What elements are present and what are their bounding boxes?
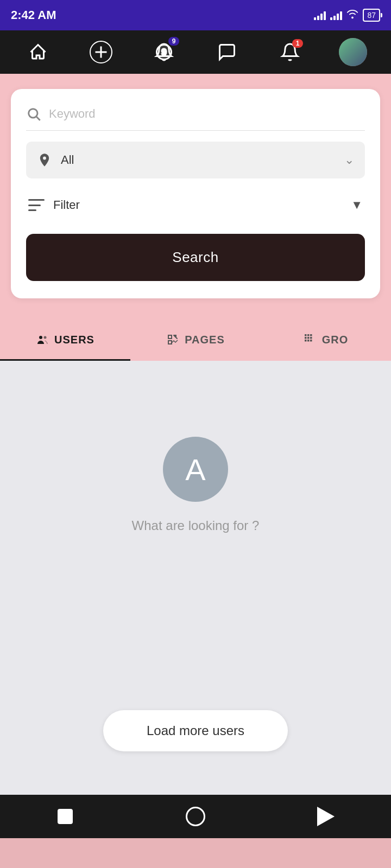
svg-line-5: [36, 117, 40, 120]
signal-bars-2: [330, 10, 342, 20]
add-circle-icon[interactable]: [90, 41, 112, 63]
nav-back-button[interactable]: [312, 803, 339, 830]
search-section: All ⌄ Filter ▼ Search: [0, 74, 391, 320]
filter-icon: [28, 199, 45, 211]
empty-avatar-letter: A: [185, 452, 205, 487]
status-bar: 2:42 AM 87: [0, 0, 391, 30]
back-triangle-icon: [317, 807, 335, 826]
content-area: A What are looking for ? Load more users: [0, 361, 391, 795]
tab-users[interactable]: USERS: [0, 320, 130, 361]
svg-rect-12: [307, 337, 310, 339]
svg-point-7: [44, 336, 47, 339]
filter-row[interactable]: Filter ▼: [26, 189, 365, 221]
square-icon: [58, 809, 73, 824]
filter-dropdown-arrow: ▼: [351, 198, 363, 212]
bell-badge: 1: [292, 39, 303, 48]
home-icon[interactable]: [24, 38, 52, 66]
svg-rect-8: [305, 334, 307, 336]
location-dropdown-arrow: ⌄: [344, 153, 354, 167]
nav-bar: 9 9 1: [0, 30, 391, 74]
keyword-input-row: [26, 106, 365, 131]
user-avatar[interactable]: [339, 38, 367, 66]
svg-rect-11: [305, 337, 307, 339]
location-dropdown[interactable]: All ⌄: [26, 142, 365, 178]
search-button[interactable]: Search: [26, 234, 365, 281]
pages-tab-icon: [166, 333, 179, 346]
wifi-icon: [346, 9, 358, 22]
keyword-input[interactable]: [49, 107, 365, 121]
empty-state: A What are looking for ?: [132, 437, 260, 533]
nav-home-button[interactable]: [182, 803, 209, 830]
filter-label: Filter: [53, 198, 351, 212]
location-label: All: [61, 153, 344, 167]
notifications-icon[interactable]: 9 9: [150, 38, 178, 66]
load-more-button[interactable]: Load more users: [103, 710, 288, 751]
bottom-nav: [0, 795, 391, 838]
location-pin-icon: [37, 152, 52, 168]
search-card: All ⌄ Filter ▼ Search: [11, 89, 380, 298]
svg-rect-16: [310, 340, 312, 342]
add-icon[interactable]: [87, 38, 115, 66]
svg-rect-15: [307, 340, 310, 342]
messages-icon[interactable]: [213, 38, 241, 66]
users-tab-icon: [36, 333, 49, 346]
status-time: 2:42 AM: [11, 8, 56, 22]
tab-users-label: USERS: [54, 334, 94, 346]
svg-rect-14: [305, 340, 307, 342]
circle-nav-icon: [186, 807, 205, 826]
svg-rect-10: [310, 334, 312, 336]
svg-rect-13: [310, 337, 312, 339]
tabs-row: USERS PAGES: [0, 320, 391, 361]
empty-avatar: A: [163, 437, 228, 502]
tab-pages-label: PAGES: [185, 334, 225, 346]
status-icons: 87: [314, 9, 380, 22]
search-magnifier-icon: [26, 106, 41, 122]
tabs-section: USERS PAGES: [0, 320, 391, 361]
load-more-container: Load more users: [11, 533, 380, 773]
nav-square-button[interactable]: [52, 803, 79, 830]
bell-icon[interactable]: 1: [276, 38, 304, 66]
tab-groups-label: GRO: [322, 334, 349, 346]
svg-rect-9: [307, 334, 310, 336]
groups-tab-icon: [304, 333, 317, 346]
svg-point-4: [29, 109, 37, 118]
tab-pages[interactable]: PAGES: [130, 320, 261, 361]
empty-state-message: What are looking for ?: [132, 518, 260, 533]
svg-point-6: [39, 336, 42, 339]
tab-groups[interactable]: GRO: [261, 320, 391, 361]
signal-bars-1: [314, 10, 326, 20]
battery-indicator: 87: [363, 9, 380, 22]
